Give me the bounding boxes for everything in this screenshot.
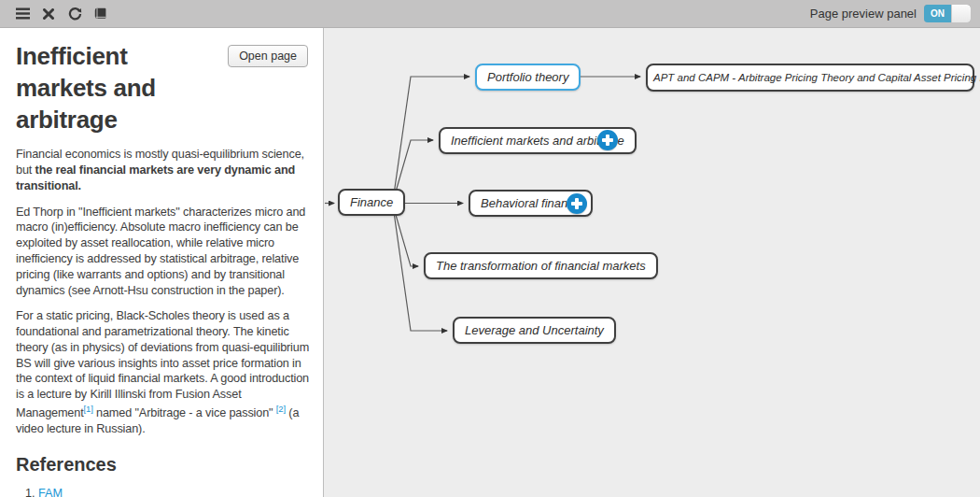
- paragraph-1-bold: the real financial markets are very dyna…: [16, 163, 295, 192]
- reference-link-fam[interactable]: FAM: [38, 487, 63, 497]
- mindmap-node-transformation[interactable]: The transformation of financial markets: [424, 252, 658, 279]
- article-panel: Open page Inefficient markets and arbitr…: [0, 28, 324, 497]
- expand-button-behavioral-finance[interactable]: [567, 193, 587, 214]
- paragraph-2: Ed Thorp in "Inefficient markets" charac…: [16, 205, 310, 299]
- close-button[interactable]: [35, 4, 62, 24]
- toolbar: Page preview panel ON: [0, 0, 980, 28]
- citation-link-1[interactable]: [1]: [84, 404, 93, 414]
- refresh-icon: [68, 7, 82, 21]
- preview-panel-label: Page preview panel: [810, 7, 917, 21]
- paragraph-3-text: named "Arbitrage - a vice passion": [93, 406, 276, 419]
- mindmap-node-portfolio-theory[interactable]: Portfolio theory: [475, 64, 581, 91]
- open-page-button[interactable]: Open page: [228, 45, 308, 67]
- app-window: Page preview panel ON Open page Ineffici…: [0, 0, 980, 497]
- references-heading: References: [16, 454, 310, 476]
- article-body: Financial economics is mostly quasi-equi…: [16, 147, 310, 497]
- book-icon: [94, 7, 108, 21]
- close-icon: [43, 8, 54, 20]
- toggle-on-label: ON: [924, 5, 951, 22]
- mindmap-panel: Finance Portfolio theory APT and CAPM - …: [325, 28, 980, 497]
- refresh-button[interactable]: [62, 4, 88, 24]
- mindmap-node-apt-capm[interactable]: APT and CAPM - Arbitrage Pricing Theory …: [646, 64, 974, 92]
- paragraph-3: For a static pricing, Black-Scholes theo…: [16, 308, 310, 436]
- book-button[interactable]: [88, 4, 114, 24]
- menu-icon: [16, 7, 30, 20]
- paragraph-1: Financial economics is mostly quasi-equi…: [16, 147, 310, 193]
- menu-button[interactable]: [9, 4, 35, 24]
- paragraph-3-text: For a static pricing, Black-Scholes theo…: [16, 309, 309, 419]
- reference-item: FAM: [38, 485, 310, 497]
- mindmap-node-leverage-uncertainty[interactable]: Leverage and Uncertainty: [453, 317, 616, 344]
- toggle-knob: [951, 5, 971, 22]
- mindmap-node-finance[interactable]: Finance: [338, 189, 405, 216]
- expand-button-inefficient-markets[interactable]: [597, 130, 618, 150]
- preview-panel-toggle[interactable]: ON: [924, 5, 971, 22]
- citation-link-2[interactable]: [2]: [276, 404, 286, 414]
- references-list: FAM Supermodels by Ilinski: [38, 485, 310, 497]
